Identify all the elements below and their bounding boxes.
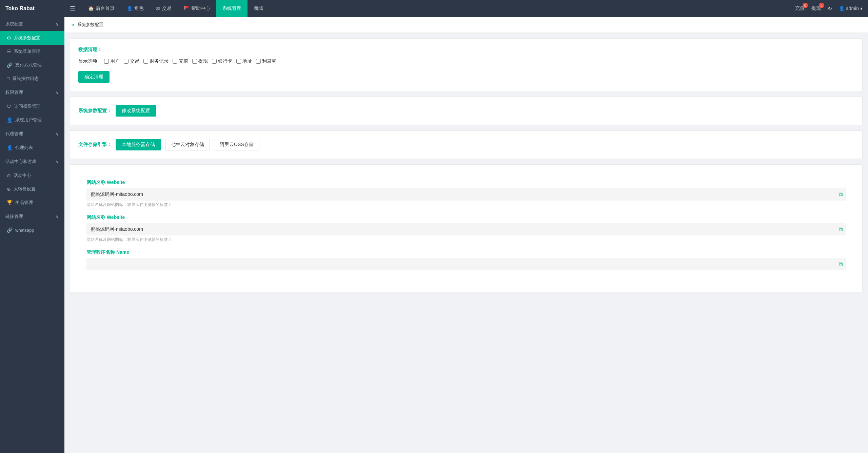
chevron-icon: ∨ xyxy=(56,159,59,164)
agent-icon: 👤 xyxy=(7,145,13,150)
top-nav: Toko Rabat ☰ 🏠 后台首页 👤 角色 ⚖ 交易 🚩 帮助中心 系统管… xyxy=(0,0,868,17)
checkbox-bank-input[interactable] xyxy=(212,59,217,64)
sidebar-item-whatsapp[interactable]: 🔗 whatsapp xyxy=(0,224,64,236)
sidebar-item-sys-user[interactable]: 👤 系统用户管理 xyxy=(0,113,64,127)
checkbox-finance[interactable]: 财务记录 xyxy=(143,58,169,64)
checkbox-user-input[interactable] xyxy=(104,59,109,64)
admin-menu[interactable]: 👤 admin ▾ xyxy=(839,6,863,11)
log-icon: □ xyxy=(7,76,9,81)
sidebar-group-permission: 权限管理 ∨ 🛡 访问权限管理 👤 系统用户管理 xyxy=(0,85,64,127)
turntable-icon: ⊕ xyxy=(7,186,11,192)
file-storage-label: 文件存储引擎： xyxy=(78,142,112,148)
form-section: 网站名称 Website ⧉ 网站名称及网站图标，将显示在浏览器的标签上 网站名… xyxy=(78,173,854,284)
sidebar-group-agent: 代理管理 ∨ 👤 代理列表 xyxy=(0,127,64,155)
website-name-1-hint: 网站名称及网站图标，将显示在浏览器的标签上 xyxy=(86,202,846,208)
website-name-2-wrap: ⧉ xyxy=(86,223,846,235)
admin-name-input[interactable] xyxy=(86,258,846,270)
qiniu-storage-button[interactable]: 七牛云对象存储 xyxy=(165,139,210,150)
sidebar: 系统配置 ∨ ⚙ 系统参数配置 ☰ 系统菜单管理 🔗 支付方式管理 □ 系统操作… xyxy=(0,17,64,453)
aliyun-storage-button[interactable]: 阿里云OSS存储 xyxy=(214,139,259,150)
data-clear-section: 数据清理： 显示选项 用户 交易 财务记录 充值 xyxy=(70,38,863,91)
param-config-label: 系统参数配置： xyxy=(78,108,112,114)
checkbox-profit-input[interactable] xyxy=(256,59,261,64)
recharge-button[interactable]: 充值 0 xyxy=(795,5,805,12)
sidebar-group-links: 链接管理 ∨ 🔗 whatsapp xyxy=(0,209,64,236)
nav-items: 🏠 后台首页 👤 角色 ⚖ 交易 🚩 帮助中心 系统管理 商城 xyxy=(82,0,795,17)
nav-shop[interactable]: 商城 xyxy=(248,0,269,17)
form-group-website-name-2: 网站名称 Website ⧉ 网站名称及网站图标，将显示在浏览器的标签上 xyxy=(86,214,846,243)
modify-config-button[interactable]: 修改系统配置 xyxy=(116,105,156,117)
checkbox-profit[interactable]: 利息宝 xyxy=(256,58,276,64)
chevron-icon: ∨ xyxy=(56,22,59,27)
shield-icon: 🛡 xyxy=(7,104,12,109)
website-name-2-input[interactable] xyxy=(86,223,846,235)
nav-role[interactable]: 👤 角色 xyxy=(121,0,150,17)
sidebar-group-system-config: 系统配置 ∨ ⚙ 系统参数配置 ☰ 系统菜单管理 🔗 支付方式管理 □ 系统操作… xyxy=(0,17,64,85)
sidebar-item-sys-menu[interactable]: ☰ 系统菜单管理 xyxy=(0,45,64,58)
checkbox-finance-input[interactable] xyxy=(143,59,148,64)
sidebar-item-activity-center[interactable]: ⊙ 活动中心 xyxy=(0,169,64,182)
website-name-1-input[interactable] xyxy=(86,188,846,201)
sidebar-item-access[interactable]: 🛡 访问权限管理 xyxy=(0,100,64,113)
transaction-icon: ⚖ xyxy=(156,6,160,11)
website-name-2-label: 网站名称 Website xyxy=(86,214,846,221)
checkbox-bank[interactable]: 银行卡 xyxy=(212,58,232,64)
sidebar-item-prize[interactable]: 🏆 奖品管理 xyxy=(0,196,64,209)
breadcrumb-arrow: » xyxy=(71,22,74,28)
menu-toggle-icon[interactable]: ☰ xyxy=(70,5,75,12)
param-config-section: 系统参数配置： 修改系统配置 xyxy=(70,97,863,125)
content-area: » 系统参数配置 数据清理： 显示选项 用户 交易 财务记录 xyxy=(64,17,868,453)
sidebar-item-payment[interactable]: 🔗 支付方式管理 xyxy=(0,58,64,72)
withdraw-badge: 0 xyxy=(819,3,824,8)
checkbox-address-input[interactable] xyxy=(236,59,241,64)
website-name-1-wrap: ⧉ xyxy=(86,188,846,201)
checkbox-user[interactable]: 用户 xyxy=(104,58,120,64)
checkbox-withdraw-input[interactable] xyxy=(192,59,197,64)
chevron-icon: ∨ xyxy=(56,90,59,95)
checkbox-transaction-input[interactable] xyxy=(124,59,129,64)
sidebar-item-sys-param[interactable]: ⚙ 系统参数配置 xyxy=(0,31,64,45)
sidebar-item-agent-list[interactable]: 👤 代理列表 xyxy=(0,141,64,155)
user-icon: 👤 xyxy=(7,117,13,123)
app-logo: Toko Rabat xyxy=(5,5,70,12)
sidebar-group-header-agent[interactable]: 代理管理 ∨ xyxy=(0,127,64,141)
nav-dashboard[interactable]: 🏠 后台首页 xyxy=(82,0,121,17)
file-storage-section: 文件存储引擎： 本地服务器存储 七牛云对象存储 阿里云OSS存储 xyxy=(70,130,863,159)
sidebar-group-header-permission[interactable]: 权限管理 ∨ xyxy=(0,85,64,100)
whatsapp-icon: 🔗 xyxy=(7,227,13,233)
sidebar-group-header-links[interactable]: 链接管理 ∨ xyxy=(0,209,64,224)
form-group-admin-name: 管理程序名称 Name ⧉ xyxy=(86,249,846,270)
display-options-label: 显示选项 xyxy=(78,58,97,64)
confirm-clear-button[interactable]: 确定清理 xyxy=(78,71,110,83)
sidebar-group-header-activity[interactable]: 活动中心和游戏 ∨ xyxy=(0,155,64,169)
copy-icon-3[interactable]: ⧉ xyxy=(839,261,843,267)
role-icon: 👤 xyxy=(127,6,133,11)
chevron-down-icon: ▾ xyxy=(860,6,863,11)
nav-help[interactable]: 🚩 帮助中心 xyxy=(178,0,216,17)
checkbox-address[interactable]: 地址 xyxy=(236,58,252,64)
storage-row: 文件存储引擎： 本地服务器存储 七牛云对象存储 阿里云OSS存储 xyxy=(78,139,854,150)
sidebar-item-turntable[interactable]: ⊕ 大转盘设置 xyxy=(0,182,64,196)
checkbox-transaction[interactable]: 交易 xyxy=(124,58,139,64)
checkbox-withdraw[interactable]: 提现 xyxy=(192,58,208,64)
checkbox-recharge-input[interactable] xyxy=(173,59,177,64)
gear-icon: ⚙ xyxy=(7,35,11,41)
link-icon: 🔗 xyxy=(7,62,13,68)
checkbox-recharge[interactable]: 充值 xyxy=(173,58,188,64)
data-clear-title: 数据清理： xyxy=(78,47,854,53)
sidebar-group-header-system-config[interactable]: 系统配置 ∨ xyxy=(0,17,64,31)
sidebar-group-activity: 活动中心和游戏 ∨ ⊙ 活动中心 ⊕ 大转盘设置 🏆 奖品管理 xyxy=(0,155,64,209)
menu-icon: ☰ xyxy=(7,49,11,54)
nav-system[interactable]: 系统管理 xyxy=(216,0,248,17)
local-storage-button[interactable]: 本地服务器存储 xyxy=(116,139,161,150)
sidebar-item-operation-log[interactable]: □ 系统操作日志 xyxy=(0,72,64,85)
nav-transaction[interactable]: ⚖ 交易 xyxy=(150,0,178,17)
copy-icon-1[interactable]: ⧉ xyxy=(839,191,843,198)
recharge-badge: 0 xyxy=(803,3,808,8)
copy-icon-2[interactable]: ⧉ xyxy=(839,226,843,232)
withdraw-button[interactable]: 提现 0 xyxy=(811,5,821,12)
refresh-button[interactable]: ↻ xyxy=(828,5,832,12)
help-icon: 🚩 xyxy=(184,6,190,11)
data-clear-options: 显示选项 用户 交易 财务记录 充值 xyxy=(78,58,854,64)
admin-icon: 👤 xyxy=(839,6,845,11)
